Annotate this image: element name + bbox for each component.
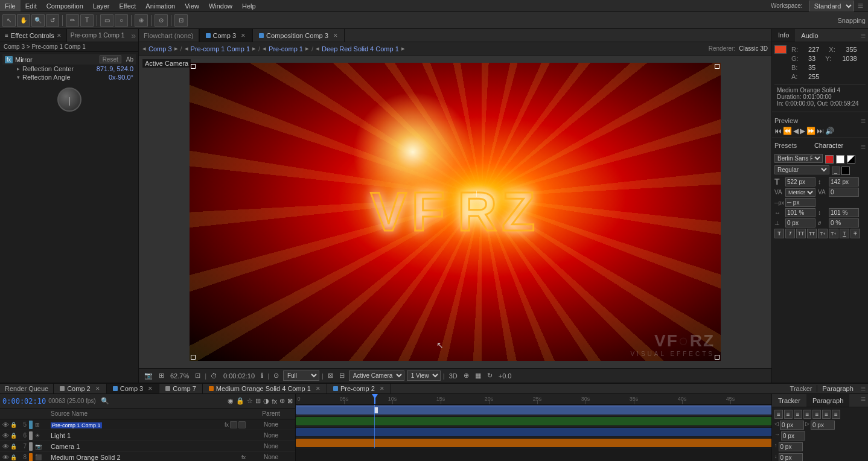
stroke-color-box[interactable]: _ — [832, 167, 840, 175]
tl-layer5-name[interactable]: Pre-comp 1 Comp 1 — [48, 421, 223, 428]
info-tab[interactable]: Info — [772, 29, 795, 42]
tool-text[interactable]: T — [80, 14, 94, 27]
angle-knob[interactable] — [57, 85, 81, 109]
style-select[interactable]: Regular — [774, 165, 829, 174]
viewer-checkerboard-icon[interactable]: ⊠ — [326, 372, 335, 380]
expand-icon2[interactable]: ▾ — [17, 74, 20, 80]
fmt-under[interactable]: T — [840, 229, 849, 238]
preview-play-btn[interactable]: ▶ — [800, 127, 805, 135]
fmt-strike[interactable]: T — [850, 229, 860, 238]
nav-next-solid[interactable]: ▸ — [401, 45, 405, 52]
tl-menu-icon[interactable]: ≡ — [858, 384, 868, 393]
tl-lock-icon[interactable]: 🔒 — [236, 397, 244, 405]
render-queue-label[interactable]: Render Queue — [0, 384, 54, 393]
align-justify-left-btn[interactable]: ≡ — [803, 410, 812, 419]
tool-shape-rect[interactable]: ▭ — [100, 14, 113, 27]
font-color-box[interactable] — [825, 155, 834, 164]
panel-expand-icon[interactable]: » — [129, 31, 138, 40]
comp-tab-comp3[interactable]: Comp 3 ✕ — [200, 29, 253, 42]
viewer-info-icon[interactable]: ℹ — [259, 372, 265, 380]
font-size-input[interactable] — [785, 177, 815, 186]
preview-menu-icon[interactable]: ≡ — [861, 116, 866, 126]
track-bar-5[interactable] — [296, 406, 771, 415]
close-icon[interactable]: ✕ — [57, 33, 62, 39]
track-bar-6[interactable] — [296, 417, 771, 425]
indent-input[interactable] — [781, 431, 805, 440]
tl-fx-icon[interactable]: fx — [272, 398, 277, 405]
menu-edit[interactable]: Edit — [21, 0, 42, 11]
preview-last-btn[interactable]: ⏭ — [817, 127, 824, 135]
nav-prev-comp3[interactable]: ◂ — [142, 45, 146, 52]
menu-composition[interactable]: Composition — [42, 0, 88, 11]
tl-layer7-eye[interactable]: 👁 — [2, 443, 9, 450]
tl-solo-icon[interactable]: ◉ — [228, 397, 234, 405]
tab-close2[interactable]: ✕ — [333, 33, 338, 39]
tl-layer8-name[interactable]: Medium Orange Solid 2 — [48, 454, 240, 461]
tl-fx-switch[interactable]: fx — [225, 422, 229, 428]
preview-rewind-btn[interactable]: ⏪ — [783, 127, 792, 135]
viewer-fit-icon[interactable]: ⊡ — [193, 372, 202, 380]
tl-layer8-eye[interactable]: 👁 — [2, 454, 9, 461]
tl-layer6-eye[interactable]: 👁 — [2, 432, 9, 439]
tl-layer8-lock[interactable]: 🔒 — [10, 454, 17, 460]
scale-v-input[interactable] — [829, 208, 859, 217]
skew-input[interactable] — [829, 218, 859, 227]
handle-bl[interactable] — [191, 355, 196, 360]
viewer-grid-icon[interactable]: ⊞ — [157, 372, 166, 380]
handle-tl[interactable] — [191, 64, 196, 69]
align-justify-center-btn[interactable]: ≡ — [812, 410, 821, 419]
stroke-color-black[interactable] — [841, 167, 850, 175]
tl-adjust-icon[interactable]: ⊠ — [287, 397, 293, 405]
reset-button[interactable]: Reset — [100, 56, 121, 63]
tl-motion-icon[interactable]: ⊕ — [279, 397, 285, 405]
char-menu-icon[interactable]: ≡ — [861, 142, 866, 151]
margin-left-input[interactable] — [780, 421, 804, 430]
sw-btn2[interactable] — [238, 421, 246, 428]
kern-select[interactable]: Metrics — [785, 188, 815, 197]
tracker-tab-btn[interactable]: Tracker — [772, 394, 806, 407]
tab-close[interactable]: ✕ — [241, 33, 246, 39]
tl-search-icon[interactable]: 🔍 — [101, 397, 109, 405]
fmt-allcaps[interactable]: TT — [796, 229, 806, 238]
tp-menu-icon[interactable]: ≡ — [858, 394, 868, 407]
align-left-btn[interactable]: ≡ — [774, 410, 783, 419]
nav-comp3[interactable]: Comp 3 — [148, 45, 172, 52]
menu-layer[interactable]: Layer — [88, 0, 115, 11]
viewer-preview-icon[interactable]: ▦ — [473, 372, 483, 380]
tl-layer5-eye[interactable]: 👁 — [2, 421, 9, 428]
viewer-resolution-select[interactable]: FullHalfQuarter — [283, 370, 319, 381]
tl-layer6-lock[interactable]: 🔒 — [10, 433, 17, 439]
fmt-super[interactable]: T+ — [818, 229, 828, 238]
nav-precomp1[interactable]: Pre-comp 1 Comp 1 — [191, 45, 250, 52]
align-right-btn[interactable]: ≡ — [794, 410, 802, 419]
audio-tab[interactable]: Audio — [795, 29, 824, 42]
prop-reflection-angle-value[interactable]: 0x-90.0° — [109, 74, 133, 81]
tl-layer5-lock[interactable]: 🔒 — [10, 422, 17, 428]
tool-zoom[interactable]: 🔍 — [31, 14, 45, 27]
tl-layer8-color[interactable] — [29, 453, 33, 462]
tsb-input[interactable] — [785, 198, 815, 207]
char-label[interactable]: Character — [814, 142, 843, 151]
menu-effect[interactable]: Effect — [114, 0, 141, 11]
font-color-box2[interactable] — [836, 155, 844, 164]
viewer-zoom-label[interactable]: 62.7% — [168, 372, 191, 380]
preview-forward-btn[interactable]: ⏩ — [806, 127, 815, 135]
workspace-expand-icon[interactable]: ≡ — [858, 1, 863, 11]
tl-tab-comp2[interactable]: Comp 2 ✕ — [54, 384, 107, 393]
handle-tr[interactable] — [715, 64, 720, 69]
expand-icon[interactable]: ▸ — [17, 66, 20, 72]
tl-close-comp2[interactable]: ✕ — [95, 386, 100, 392]
sw-btn1[interactable] — [230, 421, 237, 428]
tracking-input[interactable] — [829, 188, 859, 197]
leading-input[interactable] — [829, 177, 859, 186]
tl-tab-precomp2[interactable]: Pre-comp 2 ✕ — [327, 384, 391, 393]
scale-h-input[interactable] — [785, 208, 815, 217]
align-justify-all-btn[interactable]: ≡ — [832, 410, 840, 419]
effect-group-header[interactable]: fx Mirror Reset Ab — [2, 54, 136, 65]
menu-window[interactable]: Window — [204, 0, 237, 11]
paragraph-tab-btn[interactable]: Paragraph — [806, 394, 849, 407]
tl-layer7-name[interactable]: Camera 1 — [48, 443, 247, 450]
playhead[interactable] — [374, 394, 375, 404]
align-justify-right-btn[interactable]: ≡ — [822, 410, 831, 419]
tl-layer5-color[interactable] — [29, 421, 33, 429]
